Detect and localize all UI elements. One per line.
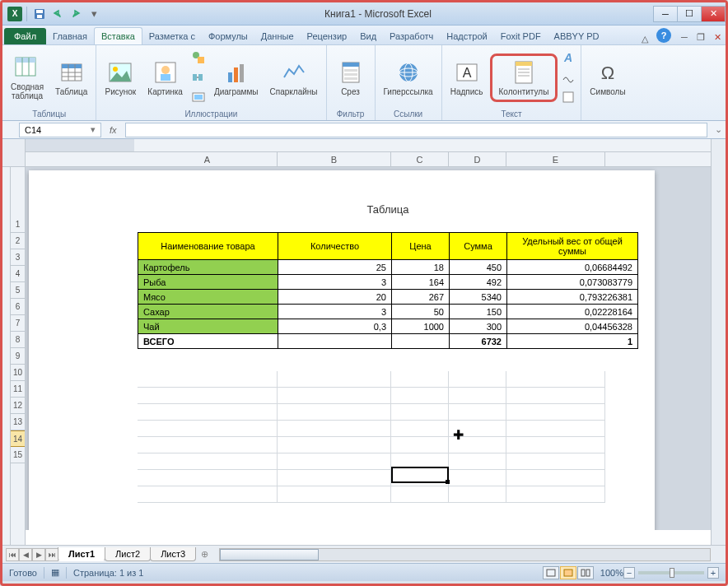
empty-cell[interactable] xyxy=(449,404,506,421)
picture-button[interactable]: Рисунок xyxy=(100,58,141,98)
table-cell[interactable]: Картофель xyxy=(138,260,278,275)
table-row[interactable]: Рыба31644920,073083779 xyxy=(138,275,638,290)
tab-nav-first[interactable]: ⏮ xyxy=(6,548,19,561)
page-header[interactable]: Таблица xyxy=(138,179,638,232)
table-cell[interactable]: Сахар xyxy=(138,305,278,319)
empty-cell[interactable] xyxy=(138,421,278,437)
empty-cell[interactable] xyxy=(278,404,391,421)
horizontal-scrollbar[interactable] xyxy=(219,548,711,561)
empty-cell[interactable] xyxy=(391,453,449,470)
table-cell[interactable]: 492 xyxy=(450,275,507,290)
screenshot-button[interactable] xyxy=(189,88,208,106)
table-total-row[interactable]: ВСЕГО67321 xyxy=(138,334,638,349)
table-cell[interactable]: 1000 xyxy=(392,319,450,334)
table-cell[interactable]: 25 xyxy=(278,260,392,275)
file-tab[interactable]: Файл xyxy=(4,28,46,44)
tab-home[interactable]: Главная xyxy=(46,28,94,44)
table-row[interactable]: Мясо2026753400,793226381 xyxy=(138,290,638,305)
empty-cell[interactable] xyxy=(278,421,391,437)
table-cell[interactable]: 20 xyxy=(278,290,392,305)
empty-cell[interactable] xyxy=(449,453,506,470)
empty-cell[interactable] xyxy=(278,453,391,470)
table-header-cell[interactable]: Сумма xyxy=(450,233,507,260)
tab-nav-last[interactable]: ⏭ xyxy=(45,548,58,561)
tab-foxit[interactable]: Foxit PDF xyxy=(494,28,548,44)
slicer-button[interactable]: Срез xyxy=(330,58,371,98)
table-cell[interactable]: 0,073083779 xyxy=(507,275,638,290)
table-row[interactable]: Чай0,310003000,04456328 xyxy=(138,319,638,334)
table-row[interactable]: Сахар3501500,02228164 xyxy=(138,305,638,319)
table-cell[interactable]: 267 xyxy=(392,290,450,305)
mdi-minimize-button[interactable]: ─ xyxy=(676,30,693,44)
row-header[interactable]: 1 xyxy=(11,216,25,233)
empty-cell[interactable] xyxy=(278,371,391,388)
column-header[interactable]: E xyxy=(506,152,605,166)
table-cell[interactable] xyxy=(278,334,392,349)
table-cell[interactable]: 5340 xyxy=(450,290,507,305)
table-header-cell[interactable]: Цена xyxy=(392,233,450,260)
zoom-out-button[interactable]: − xyxy=(623,567,635,579)
empty-cell[interactable] xyxy=(391,371,449,388)
empty-cell[interactable] xyxy=(278,388,391,404)
shapes-button[interactable] xyxy=(189,49,208,67)
smartart-button[interactable] xyxy=(189,68,208,86)
mdi-restore-button[interactable]: ❐ xyxy=(693,30,709,44)
table-cell[interactable]: ВСЕГО xyxy=(138,334,278,349)
zoom-slider[interactable] xyxy=(638,571,704,574)
fx-button[interactable]: fx xyxy=(106,125,120,135)
undo-button[interactable] xyxy=(49,6,66,22)
empty-cell[interactable] xyxy=(391,470,449,486)
empty-cell[interactable] xyxy=(391,437,449,453)
empty-cell[interactable] xyxy=(391,388,449,404)
charts-button[interactable]: Диаграммы xyxy=(209,58,264,98)
row-header[interactable]: 3 xyxy=(11,249,25,266)
empty-cell[interactable] xyxy=(138,388,278,404)
empty-cell[interactable] xyxy=(138,486,278,503)
empty-cell[interactable] xyxy=(506,470,605,486)
table-button[interactable]: Таблица xyxy=(50,58,92,98)
empty-cell[interactable] xyxy=(138,404,278,421)
table-cell[interactable]: 150 xyxy=(450,305,507,319)
table-cell[interactable]: 0,06684492 xyxy=(507,260,638,275)
redo-button[interactable] xyxy=(68,6,84,22)
empty-cell[interactable] xyxy=(138,470,278,486)
table-cell[interactable] xyxy=(392,334,450,349)
tab-addins[interactable]: Надстрой xyxy=(440,28,493,44)
empty-cell[interactable] xyxy=(138,371,278,388)
table-cell[interactable]: 0,793226381 xyxy=(507,290,638,305)
row-header[interactable]: 8 xyxy=(11,332,25,348)
vertical-scrollbar[interactable] xyxy=(711,139,726,545)
close-button[interactable]: ✕ xyxy=(701,6,726,22)
tab-data[interactable]: Данные xyxy=(254,28,301,44)
row-header[interactable]: 7 xyxy=(11,315,25,332)
table-header-cell[interactable]: Удельный вес от общей суммы xyxy=(507,233,638,260)
tab-view[interactable]: Вид xyxy=(353,28,383,44)
help-button[interactable]: ? xyxy=(656,28,671,43)
empty-cell[interactable] xyxy=(391,421,449,437)
empty-cell[interactable] xyxy=(506,371,605,388)
ribbon-minimize-button[interactable]: △ xyxy=(638,34,651,44)
sheet-tab-3[interactable]: Лист3 xyxy=(150,547,196,561)
empty-cell[interactable] xyxy=(391,486,449,503)
table-cell[interactable]: 1 xyxy=(507,334,638,349)
name-box[interactable]: C14 ▾ xyxy=(19,123,101,137)
empty-cell[interactable] xyxy=(278,437,391,453)
sheet-tab-1[interactable]: Лист1 xyxy=(58,547,105,561)
empty-cell[interactable] xyxy=(391,404,449,421)
add-sheet-button[interactable]: ⊕ xyxy=(196,549,212,560)
empty-cell[interactable] xyxy=(278,486,391,503)
view-pagebreak-button[interactable] xyxy=(577,566,594,579)
row-header[interactable]: 12 xyxy=(11,398,25,414)
column-header[interactable]: D xyxy=(449,152,506,166)
mdi-close-button[interactable]: ✕ xyxy=(709,30,726,44)
signature-button[interactable] xyxy=(559,68,577,86)
empty-cell[interactable] xyxy=(506,388,605,404)
row-header[interactable]: 4 xyxy=(11,266,25,282)
table-cell[interactable]: 18 xyxy=(392,260,450,275)
pivot-table-button[interactable]: Сводная таблица xyxy=(6,53,49,102)
table-cell[interactable]: Рыба xyxy=(138,275,278,290)
empty-cell[interactable] xyxy=(449,486,506,503)
row-header[interactable]: 6 xyxy=(11,299,25,315)
empty-cell[interactable] xyxy=(278,470,391,486)
wordart-button[interactable]: A xyxy=(559,49,577,67)
